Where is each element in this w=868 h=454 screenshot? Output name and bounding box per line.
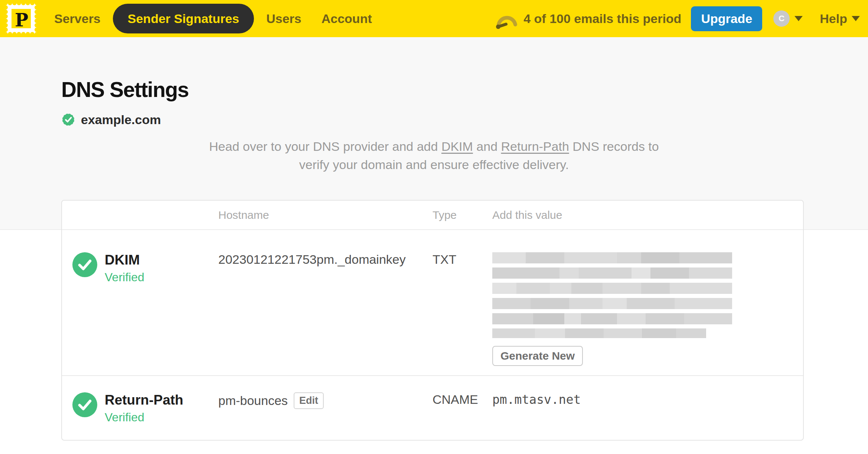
return-path-link[interactable]: Return-Path: [501, 139, 569, 153]
table-row-return-path: Return-Path Verified pm-bounces Edit CNA…: [62, 376, 803, 439]
domain-name: example.com: [81, 113, 161, 127]
return-path-type-cell: CNAME: [433, 376, 492, 439]
postage-stamp-icon: P: [6, 3, 37, 34]
redacted-line: [492, 313, 732, 324]
dkim-type: TXT: [433, 252, 456, 266]
upgrade-button[interactable]: Upgrade: [691, 6, 762, 31]
dkim-status-cell: DKIM Verified: [62, 230, 218, 375]
account-menu[interactable]: C: [773, 10, 803, 27]
intro-text: Head over to your DNS provider and add D…: [0, 137, 868, 174]
verified-seal-icon: [61, 112, 76, 127]
check-circle-icon: [72, 392, 97, 417]
nav-item-servers[interactable]: Servers: [44, 12, 111, 25]
dkim-type-cell: TXT: [433, 230, 492, 375]
return-path-hostname-cell: pm-bounces Edit: [218, 376, 433, 439]
page-title: DNS Settings: [61, 77, 189, 102]
check-circle-icon: [72, 252, 97, 277]
status-badge: Verified: [105, 270, 144, 284]
navbar-right: 4 of 100 emails this period Upgrade C He…: [495, 6, 860, 31]
return-path-type: CNAME: [433, 392, 478, 406]
record-name: Return-Path: [105, 392, 183, 408]
nav-item-sender-signatures[interactable]: Sender Signatures: [113, 4, 254, 33]
edit-button[interactable]: Edit: [294, 392, 324, 409]
help-menu[interactable]: Help: [820, 12, 860, 26]
app-root: P Servers Sender Signatures Users Accoun…: [0, 0, 868, 454]
redacted-line: [492, 328, 706, 338]
avatar[interactable]: C: [773, 10, 790, 27]
generate-new-button[interactable]: Generate New: [492, 346, 583, 366]
dkim-hostname: 20230121221753pm._domainkey: [218, 252, 406, 266]
gauge-icon: [495, 8, 518, 29]
table-header-row: Hostname Type Add this value: [62, 201, 803, 230]
header-hostname: Hostname: [218, 209, 433, 221]
table-row-dkim: DKIM Verified 20230121221753pm._domainke…: [62, 230, 803, 376]
help-label: Help: [820, 12, 847, 26]
caret-down-icon: [794, 16, 803, 21]
redacted-line: [492, 283, 732, 294]
nav-item-account[interactable]: Account: [311, 12, 382, 25]
record-name: DKIM: [105, 252, 144, 268]
return-path-hostname: pm-bounces: [218, 393, 288, 408]
domain-row: example.com: [61, 112, 161, 127]
usage-counter: 4 of 100 emails this period: [523, 12, 681, 26]
header-type: Type: [433, 209, 492, 221]
return-path-value: pm.mtasv.net: [492, 392, 581, 407]
redacted-line: [492, 252, 732, 263]
status-badge: Verified: [105, 411, 183, 424]
return-path-status-cell: Return-Path Verified: [62, 376, 218, 439]
return-path-value-cell: pm.mtasv.net: [492, 376, 803, 439]
caret-down-icon: [852, 16, 860, 21]
intro-part2: and: [473, 139, 501, 153]
redacted-dns-value: [492, 252, 732, 338]
redacted-line: [492, 267, 732, 279]
nav-item-users[interactable]: Users: [256, 12, 311, 25]
dkim-value-cell: Generate New: [492, 230, 803, 375]
intro-part1: Head over to your DNS provider and add: [209, 139, 441, 153]
redacted-line: [492, 298, 732, 309]
logo-letter: P: [15, 10, 28, 30]
dns-records-card: Hostname Type Add this value DKIM Verifi…: [61, 200, 804, 441]
dkim-link[interactable]: DKIM: [441, 139, 473, 153]
primary-nav: Servers Sender Signatures Users Account: [44, 4, 382, 33]
header-add-this-value: Add this value: [492, 209, 803, 221]
postmark-logo[interactable]: P: [6, 3, 37, 34]
top-navbar: P Servers Sender Signatures Users Accoun…: [0, 0, 868, 37]
dkim-hostname-cell: 20230121221753pm._domainkey: [218, 230, 433, 375]
